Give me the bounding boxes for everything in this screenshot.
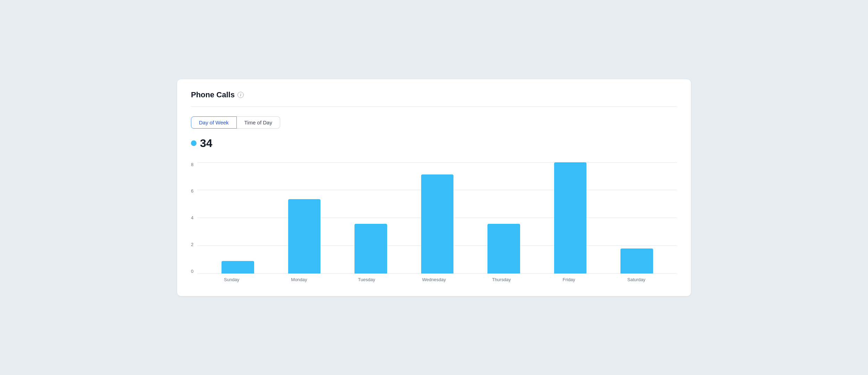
bars-container [198,162,677,274]
phone-calls-card: Phone Calls i Day of Week Time of Day 34… [177,79,691,296]
card-title: Phone Calls [191,90,235,99]
x-label-thursday: Thursday [479,277,524,282]
y-axis: 0 2 4 6 8 [191,162,198,274]
tab-day-of-week[interactable]: Day of Week [191,116,237,129]
x-label-saturday: Saturday [614,277,659,282]
bar-col-sunday [215,162,260,274]
bar-saturday[interactable] [620,248,653,273]
bars-row [198,162,677,274]
y-label-6: 6 [191,189,193,193]
bar-col-tuesday [348,162,393,274]
bar-tuesday[interactable] [354,224,387,273]
x-label-friday: Friday [546,277,592,282]
grid-and-bars [198,162,677,274]
x-axis: SundayMondayTuesdayWednesdayThursdayFrid… [191,274,677,282]
tab-group: Day of Week Time of Day [191,116,677,129]
info-icon[interactable]: i [237,92,244,98]
metric-row: 34 [191,137,677,150]
y-label-2: 2 [191,242,193,247]
chart-area: 0 2 4 6 8 [191,162,677,282]
bar-wednesday[interactable] [421,174,454,273]
y-label-0: 0 [191,269,193,274]
y-label-4: 4 [191,215,193,220]
bar-friday[interactable] [554,162,587,274]
metric-dot [191,140,197,146]
x-label-tuesday: Tuesday [344,277,389,282]
x-label-sunday: Sunday [209,277,254,282]
card-header: Phone Calls i [191,90,677,107]
bar-col-wednesday [415,162,460,274]
tab-time-of-day[interactable]: Time of Day [237,116,280,129]
bar-thursday[interactable] [487,224,520,273]
x-label-monday: Monday [276,277,322,282]
x-label-wednesday: Wednesday [411,277,457,282]
bar-col-monday [282,162,327,274]
metric-value: 34 [200,137,212,150]
bar-sunday[interactable] [222,261,254,274]
bar-col-saturday [614,162,659,274]
y-label-8: 8 [191,162,193,167]
bar-col-friday [548,162,593,274]
bar-col-thursday [481,162,526,274]
bar-monday[interactable] [288,199,321,273]
